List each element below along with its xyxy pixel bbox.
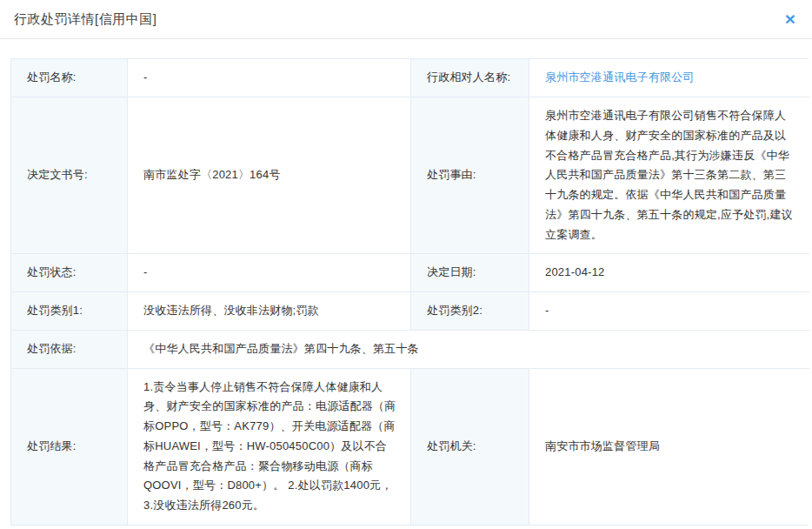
company-link[interactable]: 泉州市空港通讯电子有限公司 [545, 68, 695, 88]
decision-date-label: 决定日期: [411, 254, 529, 292]
penalty-reason-label: 处罚事由: [411, 97, 529, 254]
penalty-basis-label: 处罚依据: [11, 331, 128, 369]
penalty-category1-label: 处罚类别1: [11, 292, 128, 331]
penalty-name-value: - [128, 59, 411, 97]
page-title: 行政处罚详情[信用中国] [14, 11, 156, 28]
penalty-authority-label: 处罚机关: [411, 369, 529, 525]
penalty-authority-value: 南安市市场监督管理局 [529, 369, 809, 525]
counterpart-name-label: 行政相对人名称: [411, 59, 529, 97]
decision-doc-no-label: 决定文书号: [11, 97, 128, 254]
penalty-result-value: 1.责令当事人停止销售不符合保障人体健康和人身、财产安全的国家标准的产品：电源适… [128, 369, 411, 525]
decision-date-value: 2021-04-12 [529, 254, 809, 292]
penalty-category2-label: 处罚类别2: [411, 292, 529, 331]
penalty-detail-table: 处罚名称: - 行政相对人名称: 泉州市空港通讯电子有限公司 决定文书号: 南市… [10, 58, 809, 526]
penalty-result-text: 1.责令当事人停止销售不符合保障人体健康和人身、财产安全的国家标准的产品：电源适… [143, 378, 398, 516]
penalty-category1-value: 没收违法所得、没收非法财物;罚款 [128, 292, 411, 331]
penalty-name-label: 处罚名称: [11, 59, 128, 97]
counterpart-name-value: 泉州市空港通讯电子有限公司 [529, 59, 809, 97]
decision-doc-no-value: 南市监处字〈2021〉164号 [128, 97, 411, 254]
title-bar: 行政处罚详情[信用中国] × [0, 0, 812, 39]
penalty-status-label: 处罚状态: [11, 254, 128, 292]
close-icon[interactable]: × [779, 7, 802, 30]
penalty-result-label: 处罚结果: [11, 369, 128, 525]
penalty-basis-value: 《中华人民共和国产品质量法》第四十九条、第五十条 [128, 331, 809, 369]
penalty-reason-value: 泉州市空港通讯电子有限公司销售不符合保障人体健康和人身、财产安全的国家标准的产品… [529, 97, 809, 254]
penalty-status-value: - [128, 254, 411, 292]
penalty-category2-value: - [529, 292, 809, 331]
penalty-reason-text: 泉州市空港通讯电子有限公司销售不符合保障人体健康和人身、财产安全的国家标准的产品… [545, 106, 797, 244]
